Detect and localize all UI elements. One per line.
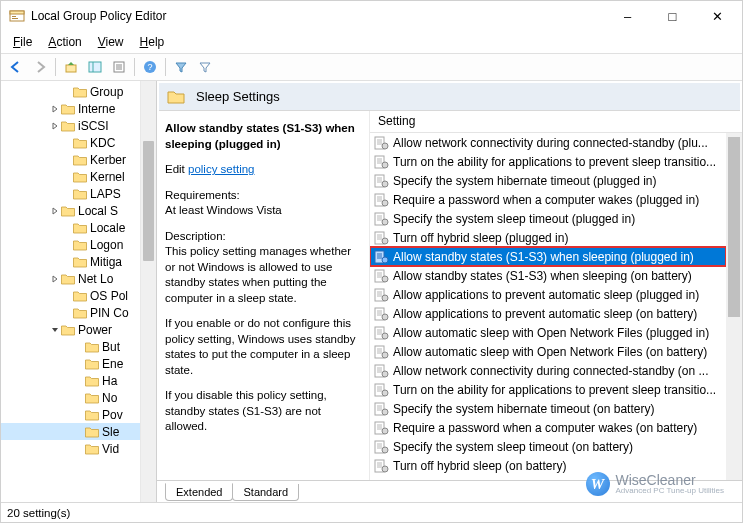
edit-link[interactable]: policy setting [188,163,254,175]
folder-icon [73,290,87,302]
forward-button[interactable] [29,56,51,78]
tree-node[interactable]: Logon [1,236,140,253]
svg-point-102 [382,466,388,472]
setting-row[interactable]: Specify the system hibernate timeout (pl… [370,171,726,190]
tree-node[interactable]: Ha [1,372,140,389]
tree-node[interactable]: KDC [1,134,140,151]
svg-rect-5 [89,62,101,72]
setting-row[interactable]: Allow network connectivity during connec… [370,133,726,152]
setting-label: Specify the system hibernate timeout (on… [393,402,654,416]
setting-row[interactable]: Specify the system hibernate timeout (on… [370,399,726,418]
setting-row[interactable]: Require a password when a computer wakes… [370,190,726,209]
minimize-button[interactable]: – [605,2,650,30]
svg-point-87 [382,409,388,415]
setting-icon [374,212,389,226]
list-scrollbar[interactable] [726,133,742,480]
edit-label: Edit [165,163,188,175]
tree-node-label: Kernel [90,170,125,184]
setting-icon [374,136,389,150]
tree-node[interactable]: But [1,338,140,355]
tree-node[interactable]: Pov [1,406,140,423]
help-button[interactable]: ? [139,56,161,78]
menu-help[interactable]: Help [134,33,171,51]
collapse-icon[interactable] [49,326,61,334]
tree-node[interactable]: Interne [1,100,140,117]
tree-node-label: Ha [102,374,117,388]
folder-icon [85,443,99,455]
setting-row[interactable]: Allow applications to prevent automatic … [370,285,726,304]
setting-row[interactable]: Specify the system sleep timeout (plugge… [370,209,726,228]
tree-node[interactable]: Sle [1,423,140,440]
svg-point-22 [382,162,388,168]
setting-row[interactable]: Allow network connectivity during connec… [370,361,726,380]
tree-node-label: Power [78,323,112,337]
tree-node[interactable]: Power [1,321,140,338]
setting-row[interactable]: Allow automatic sleep with Open Network … [370,323,726,342]
settings-list[interactable]: Allow network connectivity during connec… [370,133,726,480]
tree-node[interactable]: Net Lo [1,270,140,287]
svg-point-17 [382,143,388,149]
expand-icon[interactable] [49,207,61,215]
setting-icon [374,364,389,378]
tree-node[interactable]: Kerber [1,151,140,168]
maximize-button[interactable]: □ [650,2,695,30]
column-header-setting[interactable]: Setting [370,111,742,133]
svg-point-77 [382,371,388,377]
show-hide-tree-button[interactable] [84,56,106,78]
setting-label: Allow applications to prevent automatic … [393,307,697,321]
tree-node-label: No [102,391,117,405]
tree-node[interactable]: OS Pol [1,287,140,304]
setting-icon [374,459,389,473]
scroll-thumb[interactable] [143,141,154,261]
tree-node[interactable]: No [1,389,140,406]
tab-extended[interactable]: Extended [165,483,233,501]
svg-text:?: ? [147,62,152,72]
tree-node[interactable]: Mitiga [1,253,140,270]
setting-row[interactable]: Allow applications to prevent automatic … [370,304,726,323]
setting-row[interactable]: Require a password when a computer wakes… [370,418,726,437]
setting-row[interactable]: Allow automatic sleep with Open Network … [370,342,726,361]
expand-icon[interactable] [49,105,61,113]
tab-standard[interactable]: Standard [232,484,299,501]
setting-icon [374,383,389,397]
setting-row[interactable]: Allow standby states (S1-S3) when sleepi… [370,247,726,266]
setting-row[interactable]: Turn off hybrid sleep (on battery) [370,456,726,475]
content-header: Sleep Settings [159,83,740,111]
tree-pane[interactable]: GroupInterneiSCSIKDCKerberKernelLAPSLoca… [1,81,157,502]
folder-icon [73,86,87,98]
setting-row[interactable]: Turn off hybrid sleep (plugged in) [370,228,726,247]
content-pane: Sleep Settings Allow standby states (S1-… [157,81,742,502]
tree-node[interactable]: Locale [1,219,140,236]
filter-button[interactable] [170,56,192,78]
tree-node[interactable]: iSCSI [1,117,140,134]
properties-button[interactable] [108,56,130,78]
scroll-thumb[interactable] [728,137,740,317]
app-icon [9,8,25,24]
setting-row[interactable]: Specify the system sleep timeout (on bat… [370,437,726,456]
folder-icon [167,89,185,105]
tree-node[interactable]: LAPS [1,185,140,202]
back-button[interactable] [5,56,27,78]
tree-node[interactable]: PIN Co [1,304,140,321]
tree-node[interactable]: Ene [1,355,140,372]
tree-node[interactable]: Group [1,83,140,100]
setting-row[interactable]: Turn on the ability for applications to … [370,152,726,171]
setting-label: Specify the system sleep timeout (plugge… [393,212,635,226]
expand-icon[interactable] [49,122,61,130]
up-button[interactable] [60,56,82,78]
tree-node[interactable]: Vid [1,440,140,457]
setting-label: Require a password when a computer wakes… [393,421,697,435]
separator [165,58,166,76]
expand-icon[interactable] [49,275,61,283]
tree-node[interactable]: Local S [1,202,140,219]
setting-row[interactable]: Allow standby states (S1-S3) when sleepi… [370,266,726,285]
setting-row[interactable]: Turn on the ability for applications to … [370,380,726,399]
filter-options-button[interactable] [194,56,216,78]
close-button[interactable]: ✕ [695,2,740,30]
tree-node[interactable]: Kernel [1,168,140,185]
tree-scrollbar[interactable] [140,81,156,502]
menu-view[interactable]: View [92,33,130,51]
menu-file[interactable]: File [7,33,38,51]
desc-3: If you disable this policy setting, stan… [165,388,361,435]
menu-action[interactable]: Action [42,33,87,51]
